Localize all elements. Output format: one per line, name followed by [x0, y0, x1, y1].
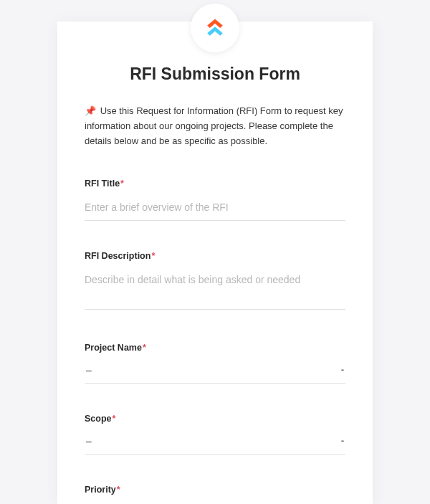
- dropdown-indicator-icon: -: [341, 365, 344, 375]
- required-indicator: *: [113, 414, 116, 424]
- priority-label: Priority*: [85, 485, 345, 495]
- rfi-title-label: RFI Title*: [85, 179, 345, 189]
- scope-field: Scope* – -: [85, 414, 345, 455]
- priority-field: Priority* Select Priority -: [85, 485, 345, 504]
- project-name-value: –: [86, 364, 92, 376]
- rfi-description-field: RFI Description*: [85, 251, 345, 313]
- rfi-title-input[interactable]: [85, 197, 345, 221]
- project-name-select[interactable]: – -: [85, 361, 345, 384]
- required-indicator: *: [151, 251, 155, 261]
- required-indicator: *: [120, 179, 124, 189]
- intro-text: 📌 Use this Request for Information (RFI)…: [85, 104, 345, 148]
- required-indicator: *: [143, 343, 146, 353]
- rfi-description-input[interactable]: [85, 270, 345, 310]
- form-card: RFI Submission Form 📌 Use this Request f…: [57, 22, 373, 504]
- scope-value: –: [86, 435, 92, 447]
- dropdown-indicator-icon: -: [341, 436, 344, 446]
- scope-select[interactable]: – -: [85, 432, 345, 455]
- rfi-description-label: RFI Description*: [85, 251, 345, 261]
- intro-body: Use this Request for Information (RFI) F…: [85, 105, 343, 146]
- logo-container: [191, 4, 239, 52]
- project-name-label: Project Name*: [85, 343, 345, 353]
- scope-label: Scope*: [85, 414, 345, 424]
- required-indicator: *: [117, 485, 120, 495]
- form-title: RFI Submission Form: [85, 65, 345, 84]
- project-name-field: Project Name* – -: [85, 343, 345, 384]
- rfi-title-field: RFI Title*: [85, 179, 345, 221]
- pin-icon: 📌: [85, 105, 96, 116]
- clickup-logo-icon: [202, 15, 228, 41]
